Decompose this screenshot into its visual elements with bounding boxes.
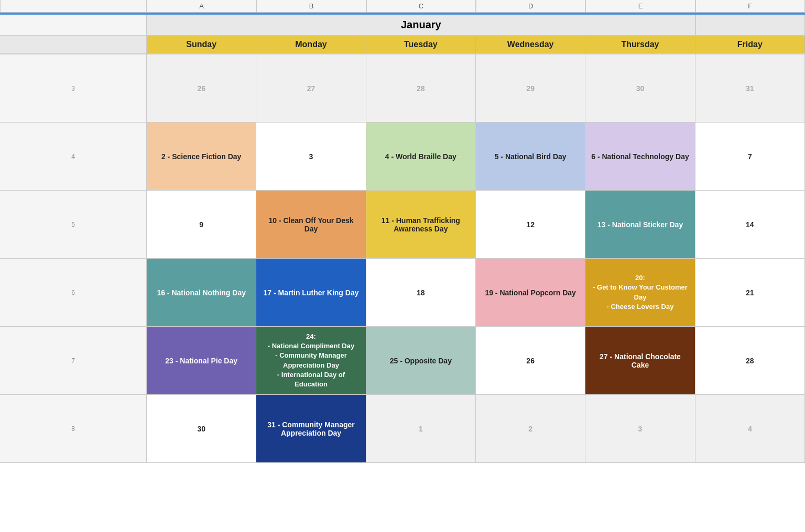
cal-cell-w1-d1: 3 — [256, 123, 366, 191]
cal-cell-w3-d2: 18 — [366, 259, 476, 327]
cal-cell-w1-d5: 7 — [695, 123, 805, 191]
cal-cell-w5-d3: 2 — [476, 395, 585, 463]
cal-cell-w0-d5: 31 — [695, 54, 805, 123]
cal-cell-w2-d1: 10 - Clean Off Your Desk Day — [256, 191, 366, 259]
cal-cell-w2-d2: 11 - Human Trafficking Awareness Day — [366, 191, 476, 259]
cal-cell-w4-d4: 27 - National Chocolate Cake — [585, 327, 695, 395]
day-header-monday: Monday — [256, 36, 366, 53]
col-header-b: B — [256, 0, 366, 12]
cal-cell-w1-d3: 5 - National Bird Day — [476, 123, 585, 191]
col-header-e: E — [585, 0, 695, 12]
month-title-filler — [695, 15, 805, 35]
row-num-1: 4 — [0, 123, 147, 191]
cal-cell-w5-d2: 1 — [366, 395, 476, 463]
col-header-row — [0, 0, 147, 12]
cal-cell-w3-d0: 16 - National Nothing Day — [147, 259, 256, 327]
col-header-f: F — [695, 0, 805, 12]
cal-cell-w3-d3: 19 - National Popcorn Day — [476, 259, 585, 327]
cal-cell-w4-d5: 28 — [695, 327, 805, 395]
cal-cell-w2-d0: 9 — [147, 191, 256, 259]
cal-cell-w0-d4: 30 — [585, 54, 695, 123]
calendar-grid: 326272829303142 - Science Fiction Day34 … — [0, 54, 805, 463]
cal-cell-w4-d0: 23 - National Pie Day — [147, 327, 256, 395]
row-label-1 — [0, 15, 147, 35]
cal-cell-w4-d3: 26 — [476, 327, 585, 395]
day-headers: Sunday Monday Tuesday Wednesday Thursday… — [0, 36, 805, 54]
row-num-4: 7 — [0, 327, 147, 395]
cal-cell-w1-d4: 6 - National Technology Day — [585, 123, 695, 191]
month-title: January — [147, 15, 695, 35]
cal-cell-w2-d3: 12 — [476, 191, 585, 259]
cal-cell-w3-d5: 21 — [695, 259, 805, 327]
col-header-a: A — [147, 0, 256, 12]
cal-cell-w0-d2: 28 — [366, 54, 476, 123]
cal-cell-w2-d4: 13 - National Sticker Day — [585, 191, 695, 259]
cal-cell-w4-d1: 24: - National Compliment Day - Communit… — [256, 327, 366, 395]
cal-cell-w5-d4: 3 — [585, 395, 695, 463]
month-title-row: January — [0, 15, 805, 36]
day-header-empty — [0, 36, 147, 53]
day-header-thursday: Thursday — [585, 36, 695, 53]
cal-cell-w1-d2: 4 - World Braille Day — [366, 123, 476, 191]
cal-cell-w0-d1: 27 — [256, 54, 366, 123]
cal-cell-w5-d5: 4 — [695, 395, 805, 463]
cal-cell-w4-d2: 25 - Opposite Day — [366, 327, 476, 395]
cal-cell-w0-d3: 29 — [476, 54, 585, 123]
row-num-3: 6 — [0, 259, 147, 327]
col-headers: A B C D E F — [0, 0, 805, 13]
cal-cell-w2-d5: 14 — [695, 191, 805, 259]
col-header-d: D — [476, 0, 585, 12]
cal-cell-w0-d0: 26 — [147, 54, 256, 123]
cal-cell-w3-d1: 17 - Martin Luther King Day — [256, 259, 366, 327]
day-header-wednesday: Wednesday — [476, 36, 585, 53]
row-num-2: 5 — [0, 191, 147, 259]
day-header-sunday: Sunday — [147, 36, 256, 53]
row-num-5: 8 — [0, 395, 147, 463]
cal-cell-w5-d0: 30 — [147, 395, 256, 463]
col-header-c: C — [366, 0, 476, 12]
cal-cell-w3-d4: 20: - Get to Know Your Customer Day - Ch… — [585, 259, 695, 327]
cal-cell-w5-d1: 31 - Community Manager Appreciation Day — [256, 395, 366, 463]
day-header-friday: Friday — [695, 36, 805, 53]
spreadsheet: A B C D E F January Sunday Monday Tuesda… — [0, 0, 805, 463]
cal-cell-w1-d0: 2 - Science Fiction Day — [147, 123, 256, 191]
row-num-0: 3 — [0, 54, 147, 123]
day-header-tuesday: Tuesday — [366, 36, 476, 53]
